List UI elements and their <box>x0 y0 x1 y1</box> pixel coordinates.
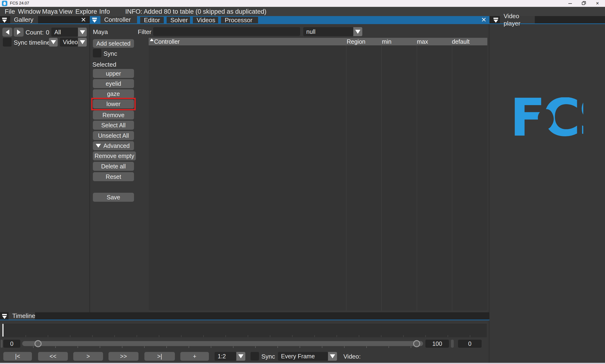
chevron-down-icon <box>80 40 85 44</box>
tab-videos[interactable]: Videos <box>193 17 218 23</box>
sync-checkbox[interactable] <box>93 49 101 57</box>
slider-handle-end[interactable] <box>413 340 420 347</box>
maya-label: Maya <box>93 28 108 36</box>
column-divider <box>452 45 452 311</box>
panel-divider[interactable] <box>89 24 90 312</box>
column-region[interactable]: Region <box>347 38 365 45</box>
gallery-filter-dropdown-arrow[interactable] <box>78 28 87 37</box>
menu-explore[interactable]: Explore <box>75 8 97 15</box>
column-min[interactable]: min <box>382 38 391 45</box>
range-end-field[interactable]: 100 <box>425 340 449 348</box>
every-frame-dropdown-arrow[interactable] <box>328 352 337 361</box>
close-button[interactable]: ✕ <box>592 0 603 7</box>
delete-all-button[interactable]: Delete all <box>93 162 134 171</box>
menu-window[interactable]: Window <box>18 8 41 15</box>
slider-handle-start[interactable] <box>35 340 42 347</box>
splitter-handle[interactable] <box>1 340 3 348</box>
chevron-down-icon <box>51 40 56 44</box>
column-divider <box>381 45 382 311</box>
gallery-filter-dropdown[interactable]: All <box>51 28 78 37</box>
count-value: 0 <box>46 29 49 36</box>
timeline-sync-checkbox[interactable] <box>250 352 259 361</box>
collapse-icon[interactable] <box>2 314 7 319</box>
timeline-sync-label: Sync <box>261 353 275 360</box>
remove-empty-button[interactable]: Remove empty <box>93 151 136 160</box>
remove-button[interactable]: Remove <box>93 111 134 119</box>
column-divider <box>346 45 346 311</box>
tab-controller[interactable]: Controller <box>100 16 137 23</box>
gallery-video-dropdown-arrow[interactable] <box>78 38 87 47</box>
ratio-dropdown[interactable]: 1:2 <box>215 352 236 361</box>
add-key-button[interactable]: + <box>180 352 209 361</box>
menu-file[interactable]: File <box>5 8 15 15</box>
column-max[interactable]: max <box>417 38 428 45</box>
status-message: INFO: Added 80 to table (0 skipped as du… <box>125 8 266 15</box>
region-button-eyelid[interactable]: eyelid <box>93 79 134 88</box>
tab-editor[interactable]: Editor <box>140 17 164 23</box>
controller-close-icon[interactable]: ✕ <box>480 16 488 23</box>
gallery-panel-header: Gallery ✕ <box>0 16 90 24</box>
selected-label: Selected <box>92 61 116 68</box>
timeline-panel-header: Timeline <box>0 312 489 320</box>
highlight-box <box>91 98 136 110</box>
step-forward-button[interactable]: >> <box>108 352 138 361</box>
tab-processor[interactable]: Processor <box>221 17 258 23</box>
arrow-left-icon <box>6 29 9 35</box>
sync-timeline-dropdown-arrow[interactable] <box>49 38 58 47</box>
step-back-button[interactable]: << <box>38 352 68 361</box>
ratio-dropdown-arrow[interactable] <box>236 352 245 361</box>
restore-button[interactable] <box>578 0 589 7</box>
filter-label: Filter <box>138 28 151 36</box>
filter-input[interactable] <box>153 27 300 36</box>
range-start-field[interactable]: 0 <box>3 340 20 348</box>
collapse-icon[interactable] <box>2 17 7 23</box>
tab-video-player[interactable]: Video player <box>500 16 535 23</box>
tab-solver[interactable]: Solver <box>167 17 190 23</box>
splitter-handle[interactable] <box>451 340 454 348</box>
sync-timeline-checkbox[interactable] <box>3 38 12 47</box>
menu-maya[interactable]: Maya <box>42 8 58 15</box>
region-button-gaze[interactable]: gaze <box>93 89 134 98</box>
restore-icon <box>582 2 585 5</box>
menu-info[interactable]: Info <box>99 8 110 15</box>
advanced-label: Advanced <box>103 143 130 149</box>
unselect-all-button[interactable]: Unselect All <box>93 131 134 140</box>
save-button[interactable]: Save <box>93 193 134 202</box>
minimize-button[interactable] <box>565 0 576 7</box>
collapse-icon[interactable] <box>92 17 97 23</box>
playhead[interactable] <box>2 324 3 337</box>
current-frame-field[interactable]: 0 <box>458 340 482 348</box>
play-button[interactable]: > <box>73 352 103 361</box>
gallery-close-icon[interactable]: ✕ <box>79 16 87 23</box>
column-controller[interactable]: Controller <box>154 38 180 45</box>
go-to-start-button[interactable]: |< <box>3 352 32 361</box>
video-panel-header: Video player <box>489 16 605 24</box>
region-button-upper[interactable]: upper <box>93 69 134 78</box>
app-window: FCS 24.07 ✕ File Window Maya View Explor… <box>0 0 605 364</box>
chevron-down-icon <box>355 30 360 34</box>
fcs-logo: FCS <box>512 97 583 140</box>
controller-table[interactable] <box>149 45 487 311</box>
collapse-icon[interactable] <box>493 17 499 23</box>
gallery-video-dropdown[interactable]: Video <box>60 38 78 47</box>
column-default[interactable]: default <box>452 38 470 45</box>
null-dropdown-arrow[interactable] <box>353 27 362 36</box>
add-selected-button[interactable]: Add selected <box>93 39 134 48</box>
reset-button[interactable]: Reset <box>93 172 134 181</box>
advanced-button[interactable]: Advanced <box>93 141 134 150</box>
sync-label: Sync <box>104 50 117 57</box>
table-header[interactable]: Controller Region min max default <box>149 38 487 45</box>
timeline-track[interactable] <box>2 323 487 337</box>
select-all-button[interactable]: Select All <box>93 121 134 130</box>
tab-gallery[interactable]: Gallery <box>10 16 38 23</box>
timeline-range-slider[interactable] <box>22 341 423 346</box>
every-frame-dropdown[interactable]: Every Frame <box>278 352 328 361</box>
title-bar: FCS 24.07 ✕ <box>0 0 605 7</box>
go-to-end-button[interactable]: >| <box>145 352 175 361</box>
null-dropdown[interactable]: null <box>303 27 353 36</box>
count-label: Count: <box>26 29 44 36</box>
gallery-prev-button[interactable] <box>2 28 12 37</box>
menu-view[interactable]: View <box>59 8 73 15</box>
gallery-next-button[interactable] <box>14 28 24 37</box>
tab-timeline[interactable]: Timeline <box>9 312 35 320</box>
